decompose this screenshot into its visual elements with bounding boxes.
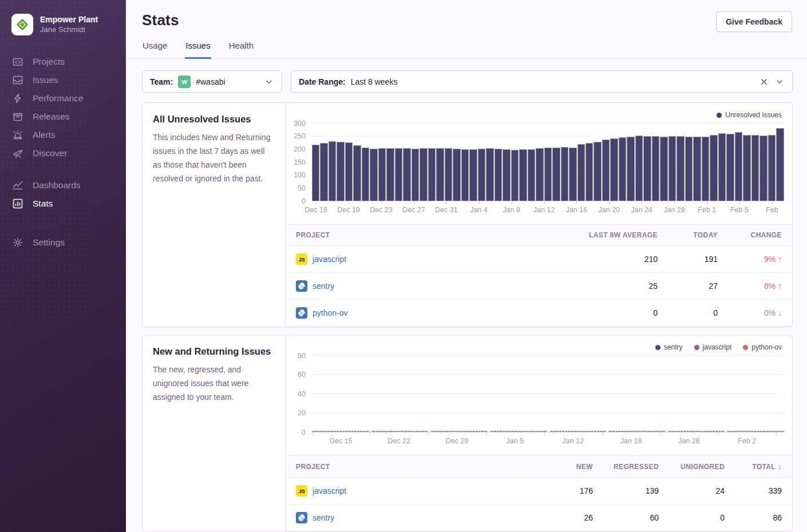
bar-jan-26[interactable] [660,137,667,201]
bar-dec-16[interactable] [320,143,327,201]
column-header-today[interactable]: TODAY [658,231,718,239]
bar-jan-13[interactable] [552,148,560,201]
sidebar-item-projects[interactable]: Projects [0,53,126,71]
bar-feb-9[interactable] [776,128,784,201]
bar-jan-1[interactable] [453,149,460,201]
bar-dec-28[interactable] [420,148,427,201]
stacked-bar-dec-22[interactable] [371,431,429,432]
bar-feb-7[interactable] [759,136,767,201]
column-header-regressed[interactable]: REGRESSED [593,463,659,471]
column-header-project[interactable]: PROJECT [296,463,521,471]
bar-jan-28[interactable] [677,136,684,201]
tab-health[interactable]: Health [228,41,254,59]
stacked-bar-feb-2[interactable] [727,431,784,432]
sidebar-item-issues[interactable]: Issues [0,71,126,89]
bar-dec-15[interactable] [312,145,319,201]
stacked-bar-dec-15[interactable] [312,431,369,432]
bar-jan-5[interactable] [486,148,493,201]
column-header-project[interactable]: PROJECT [296,231,557,239]
bar-dec-27[interactable] [412,149,419,201]
bar-jan-14[interactable] [561,147,568,201]
bar-feb-6[interactable] [751,135,759,201]
project-link-sentry[interactable]: sentry [312,513,334,522]
bar-dec-17[interactable] [329,141,336,201]
stacked-bar-jan-12[interactable] [549,431,607,432]
chart-plot-area[interactable] [312,124,784,201]
bar-jan-20[interactable] [610,138,618,201]
bar-jan-4[interactable] [478,149,485,201]
bar-jan-29[interactable] [685,137,693,201]
bar-dec-19[interactable] [345,142,353,201]
bar-dec-20[interactable] [353,145,361,201]
tab-issues[interactable]: Issues [185,41,211,59]
column-header-total[interactable]: TOTAL ↓ [725,462,782,471]
bar-dec-26[interactable] [403,148,410,201]
project-link-javascript[interactable]: javascript [312,486,346,495]
bar-feb-8[interactable] [768,135,776,201]
bar-jan-15[interactable] [569,148,576,201]
bar-dec-23[interactable] [378,148,386,201]
bar-jan-9[interactable] [519,149,527,201]
bar-jan-11[interactable] [536,148,543,201]
date-range-filter[interactable]: Date Range: Last 8 weeks [291,70,793,93]
legend-item-unresolved-issues[interactable]: Unresolved Issues [717,111,782,119]
stacked-bar-jan-26[interactable] [668,431,725,432]
column-header-change[interactable]: CHANGE [718,231,782,239]
bar-jan-21[interactable] [619,137,626,201]
bar-dec-29[interactable] [428,148,436,201]
bar-jan-7[interactable] [503,149,510,201]
sidebar-item-alerts[interactable]: Alerts [0,126,126,144]
bar-jan-18[interactable] [594,142,601,201]
sidebar-item-discover[interactable]: Discover [0,144,126,162]
bar-feb-4[interactable] [735,132,742,201]
tab-usage[interactable]: Usage [142,41,168,59]
team-filter[interactable]: Team: W #wasabi [142,70,282,93]
bar-feb-2[interactable] [718,133,726,201]
chart-plot-area[interactable] [312,356,784,432]
bar-jan-30[interactable] [693,137,701,201]
column-header-unignored[interactable]: UNIGNORED [659,463,725,471]
stacked-bar-dec-29[interactable] [430,431,488,432]
column-header-new[interactable]: NEW [521,463,593,471]
sidebar-item-performance[interactable]: Performance [0,89,126,108]
bar-dec-30[interactable] [436,148,444,201]
bar-jan-31[interactable] [702,137,709,201]
sidebar-item-settings[interactable]: Settings [0,233,126,252]
bar-feb-3[interactable] [726,134,734,201]
legend-item-python-ov[interactable]: python-ov [743,343,782,351]
legend-item-sentry[interactable]: sentry [655,343,683,351]
legend-item-javascript[interactable]: javascript [694,343,732,351]
bar-dec-24[interactable] [386,148,394,201]
stacked-bar-jan-5[interactable] [490,431,547,432]
bar-jan-25[interactable] [652,136,659,201]
bar-jan-23[interactable] [635,136,643,201]
give-feedback-button[interactable]: Give Feedback [716,11,792,32]
bar-feb-1[interactable] [710,135,717,201]
project-link-sentry[interactable]: sentry [312,281,334,291]
bar-dec-31[interactable] [445,148,452,201]
clear-icon[interactable] [759,77,769,87]
bar-jan-10[interactable] [528,149,535,201]
project-link-javascript[interactable]: javascript [312,255,346,264]
sidebar-item-stats[interactable]: Stats [0,194,126,213]
bar-jan-6[interactable] [495,149,502,201]
bar-jan-16[interactable] [577,144,585,201]
sidebar-item-dashboards[interactable]: Dashboards [0,176,126,194]
bar-jan-12[interactable] [544,148,552,201]
bar-jan-8[interactable] [511,150,519,201]
column-header-last-8w-average[interactable]: LAST 8W AVERAGE [557,231,658,239]
bar-jan-24[interactable] [643,136,651,201]
bar-jan-22[interactable] [627,137,634,201]
bar-jan-19[interactable] [602,140,610,201]
sidebar-item-releases[interactable]: Releases [0,108,126,126]
project-link-python-ov[interactable]: python-ov [312,308,347,317]
bar-dec-22[interactable] [370,149,377,201]
bar-jan-27[interactable] [668,136,676,201]
bar-dec-18[interactable] [337,142,344,201]
bar-jan-3[interactable] [469,149,477,201]
bar-feb-5[interactable] [743,135,750,201]
stacked-bar-jan-19[interactable] [608,431,666,432]
bar-jan-2[interactable] [461,149,469,201]
bar-dec-21[interactable] [362,148,369,201]
org-switcher[interactable]: Empower Plant Jane Schmidt [0,9,126,40]
